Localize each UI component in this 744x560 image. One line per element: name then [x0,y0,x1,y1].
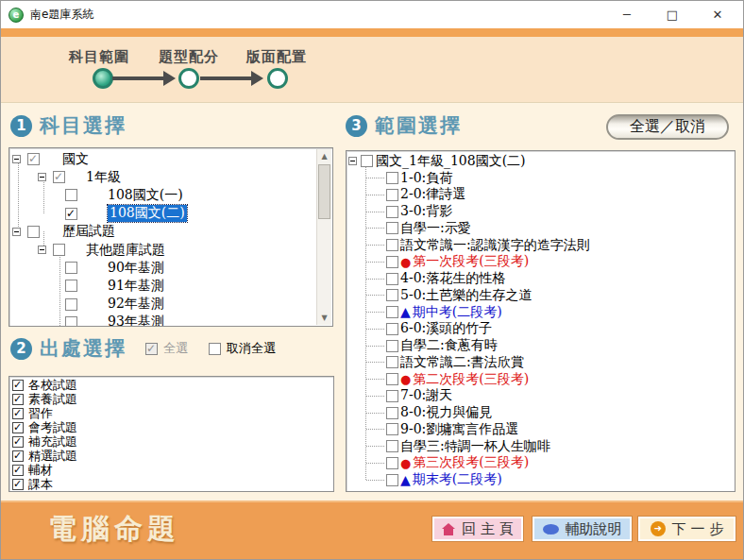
checkbox[interactable] [12,479,24,490]
tree-item[interactable]: 92年基測 [9,296,315,314]
checkbox[interactable] [65,280,77,292]
checkbox[interactable] [65,316,77,327]
tree-item[interactable]: 5-0:土芭樂的生存之道 [347,287,735,304]
checkbox[interactable] [386,474,398,486]
tree-item[interactable]: 108國文(一) [9,186,315,204]
checkbox[interactable] [53,244,65,256]
tree-item[interactable]: 108國文(二) [9,205,315,223]
help-button-label: 輔助說明 [566,520,622,538]
checkbox[interactable] [12,465,24,476]
checkbox[interactable] [386,390,398,402]
tree-item[interactable]: 91年基測 [9,277,315,295]
tree-item[interactable]: ●第一次段考(三段考) [347,254,735,271]
checkbox[interactable] [386,423,398,435]
tree-item[interactable]: 自學一:示愛 [347,220,735,237]
checkbox[interactable] [53,171,65,183]
tree-item[interactable]: 國文 [9,150,315,168]
tree-item[interactable]: 歷屆試題 [9,223,315,241]
tree-item[interactable]: 1年級 [9,168,315,186]
tree-item[interactable]: 9-0:劉墉寓言作品選 [347,421,735,438]
tree-item[interactable]: 8-0:視力與偏見 [347,404,735,421]
checkbox[interactable] [12,380,24,391]
tree-item-label: 第三次段考(三段考) [413,454,529,471]
deselect-all-checkbox-group[interactable]: 取消全選 [209,340,276,357]
select-all-toggle-button[interactable]: 全選／取消 [606,114,729,140]
tree-item[interactable]: 6-0:溪頭的竹子 [347,321,735,338]
tree-item[interactable]: ●第二次段考(三段考) [347,371,735,388]
checkbox[interactable] [12,408,24,419]
tree-item[interactable]: 7-0:謝天 [347,388,735,405]
next-button-label: 下 一 步 [672,520,724,538]
tree-item[interactable]: 自學二:食蔥有時 [347,337,735,354]
step-label-layout: 版面配置 [246,48,307,66]
tree-item[interactable]: 其他題庫試題 [9,241,315,259]
deselect-all-checkbox[interactable] [209,343,221,355]
tree-item[interactable]: 自學三:特調一杯人生咖啡 [347,438,735,455]
checkbox[interactable] [386,373,398,385]
checkbox[interactable] [386,289,398,301]
minimize-button[interactable]: ─ [617,8,637,22]
home-button[interactable]: 回 主 頁 [432,517,523,541]
tree-item[interactable]: 語文常識一:認識漢字的造字法則 [347,237,735,254]
blue-triangle-icon: ▲ [400,474,411,486]
checkbox[interactable] [386,340,398,352]
tree-item[interactable]: 語文常識二:書法欣賞 [347,354,735,371]
checkbox[interactable] [386,407,398,419]
checkbox[interactable] [386,222,398,234]
checkbox[interactable] [27,153,40,165]
checkbox[interactable] [386,206,398,218]
checkbox[interactable] [386,172,398,184]
checkbox[interactable] [386,256,398,268]
checkbox[interactable] [386,239,398,251]
checkbox[interactable] [386,306,398,318]
help-button[interactable]: 輔助說明 [533,517,632,541]
tree-item[interactable]: 1-0:負荷 [347,170,735,187]
expander-icon[interactable] [38,246,46,254]
expander-icon[interactable] [38,173,46,181]
checkbox[interactable] [12,422,24,433]
tree-item[interactable]: 2-0:律詩選 [347,187,735,204]
checkbox[interactable] [386,273,398,285]
checkbox[interactable] [12,450,24,462]
scrollbar-thumb[interactable] [318,164,330,219]
scroll-down-icon[interactable]: ▼ [317,311,331,325]
tree-item[interactable]: 90年基測 [9,259,315,277]
expander-icon[interactable] [348,157,357,165]
tree-item[interactable]: 國文_1年級_108國文(二) [347,153,735,170]
checkbox[interactable] [12,394,24,405]
maximize-button[interactable]: □ [662,8,683,22]
select-all-checkbox-group[interactable]: 全選 [145,340,188,357]
step-arrow-line [112,76,163,80]
tree-item[interactable]: 3-0:背影 [347,203,735,220]
tree-item[interactable]: 93年基測 [9,314,315,327]
select-all-checkbox[interactable] [145,343,158,355]
tree-item[interactable]: ▲期中考(二段考) [347,304,735,321]
tree-item[interactable]: ▲期末考(二段考) [347,471,735,488]
tree-item[interactable]: ●第三次段考(三段考) [347,455,735,472]
subject-tree-scrollbar[interactable]: ▲ ▼ [316,149,331,325]
close-button[interactable]: ✕ [707,8,728,22]
tree-item-label: 9-0:劉墉寓言作品選 [400,421,518,438]
list-item[interactable]: 輔材 [9,463,333,477]
tree-item[interactable]: 4-0:落花生的性格 [347,270,735,287]
checkbox[interactable] [65,208,77,220]
checkbox[interactable] [27,226,40,238]
expander-icon[interactable] [12,155,21,163]
checkbox[interactable] [386,356,398,368]
list-item[interactable]: 課本 [9,477,333,491]
next-step-button[interactable]: ➜ 下 一 步 [638,517,736,541]
checkbox[interactable] [65,298,77,311]
checkbox[interactable] [12,436,24,448]
list-item[interactable]: 精選試題 [9,449,333,463]
checkbox[interactable] [386,189,398,201]
checkbox[interactable] [386,440,398,452]
scroll-up-icon[interactable]: ▲ [317,149,331,163]
checkbox[interactable] [386,457,398,469]
section-1-number-badge: 1 [10,115,32,137]
checkbox[interactable] [65,262,77,274]
list-item[interactable]: 素養試題 [9,392,333,406]
checkbox[interactable] [386,323,398,335]
checkbox[interactable] [361,155,373,167]
checkbox[interactable] [65,189,77,201]
expander-icon[interactable] [12,228,21,236]
